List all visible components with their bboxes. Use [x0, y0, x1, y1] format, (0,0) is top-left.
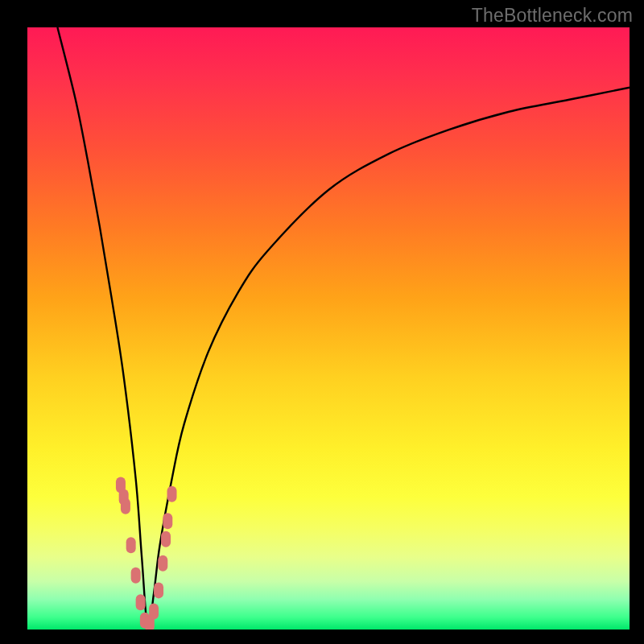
sample-dot	[149, 604, 159, 620]
chart-svg	[27, 27, 630, 630]
outer-frame: TheBottleneck.com	[0, 0, 644, 644]
plot-area	[27, 27, 630, 630]
sample-dot	[121, 498, 130, 514]
sample-dot	[136, 594, 146, 610]
sample-dot	[126, 537, 136, 553]
sample-dot	[158, 555, 167, 572]
sample-dot	[161, 531, 171, 547]
sample-dot	[131, 568, 141, 584]
sample-dot	[154, 582, 163, 598]
watermark-text: TheBottleneck.com	[472, 5, 633, 27]
sample-dot	[167, 486, 177, 502]
bottleneck-curve	[57, 27, 630, 630]
sample-dot	[163, 513, 172, 529]
